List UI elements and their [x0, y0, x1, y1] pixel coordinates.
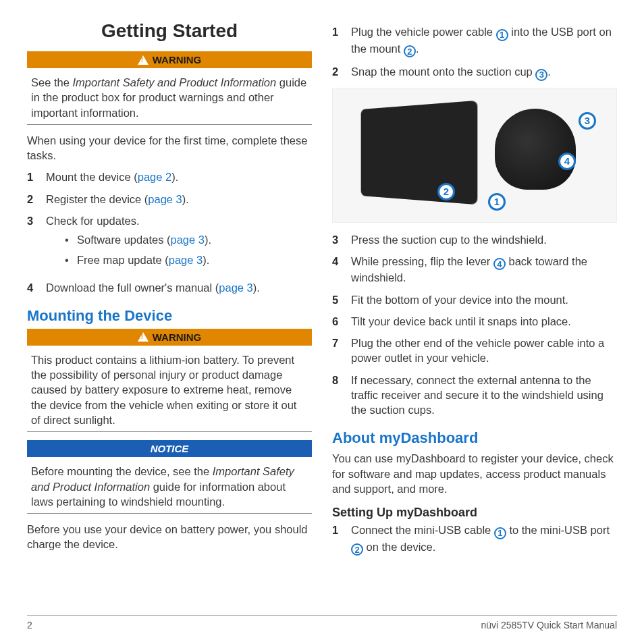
heading-dashboard: About myDashboard — [332, 429, 617, 447]
callout-2-icon: 2 — [351, 543, 363, 556]
diagram-callout-1: 1 — [488, 193, 506, 211]
mount-steps-bottom: 3Press the suction cup to the windshield… — [332, 232, 617, 418]
dashboard-text: You can use myDashboard to register your… — [332, 451, 617, 496]
callout-2-icon: 2 — [404, 45, 416, 57]
warning-text-2: This product contains a lithium-ion batt… — [27, 350, 312, 432]
page-title: Getting Started — [27, 20, 312, 42]
setup-steps: 1Connect the mini-USB cable 1 to the min… — [332, 522, 617, 556]
mount-steps-top: 1Plug the vehicle power cable 1 into the… — [332, 24, 617, 81]
warning-icon — [138, 332, 149, 342]
warning-icon — [138, 55, 149, 65]
link-page-3[interactable]: page 3 — [219, 281, 252, 294]
callout-1-icon: 1 — [496, 29, 508, 41]
warning-text-1: See the Important Safety and Product Inf… — [27, 72, 312, 125]
warning-label: WARNING — [153, 331, 202, 343]
warning-label: WARNING — [153, 54, 202, 65]
doc-title: nüvi 2585TV Quick Start Manual — [481, 620, 617, 630]
callout-4-icon: 4 — [493, 258, 506, 270]
notice-label: NOTICE — [28, 441, 311, 456]
link-page-3[interactable]: page 3 — [148, 193, 182, 205]
diagram-callout-2: 2 — [437, 183, 455, 200]
charge-text: Before you use your device on battery po… — [27, 522, 312, 552]
diagram-callout-4: 4 — [558, 153, 576, 170]
getting-started-steps: 1Mount the device (page 2). 2Register th… — [27, 169, 312, 295]
callout-3-icon: 3 — [535, 69, 547, 81]
notice-box: NOTICE — [27, 440, 312, 457]
callout-1-icon: 1 — [494, 527, 506, 539]
link-page-3[interactable]: page 3 — [171, 234, 205, 246]
link-page-3[interactable]: page 3 — [169, 254, 203, 266]
intro-text: When using your device for the first tim… — [27, 133, 312, 163]
page-number: 2 — [27, 620, 32, 630]
page-footer: 2 nüvi 2585TV Quick Start Manual — [27, 615, 617, 630]
heading-setup-dashboard: Setting Up myDashboard — [332, 506, 617, 520]
notice-text: Before mounting the device, see the Impo… — [27, 461, 312, 514]
diagram-callout-3: 3 — [579, 112, 596, 130]
link-page-2[interactable]: page 2 — [138, 171, 171, 183]
mount-diagram: 1 2 3 4 — [332, 88, 617, 223]
warning-box-1: WARNING — [27, 51, 312, 68]
heading-mounting: Mounting the Device — [27, 307, 312, 325]
warning-box-2: WARNING — [27, 329, 312, 346]
